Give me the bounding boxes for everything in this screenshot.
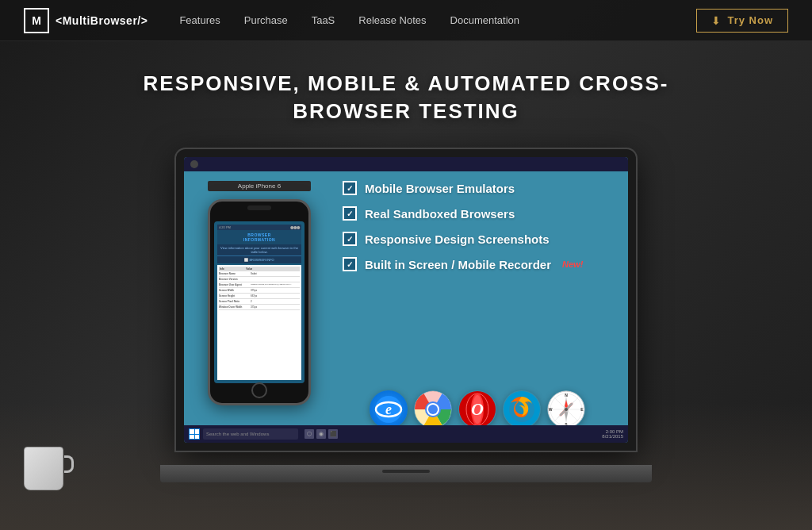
screen-taskbar: Search the web and Windows ⬡ ◉ ⬛ 2:00 PM… bbox=[184, 425, 628, 443]
navbar: M <MultiBrowser/> Features Purchase TaaS… bbox=[0, 0, 812, 41]
screen-left: Apple iPhone 6 4:20 PM ⬤⬤⬤ BROWSERINFORM… bbox=[184, 157, 327, 443]
phone-browser-header: BROWSERINFORMATION bbox=[217, 230, 301, 244]
laptop-showcase: Apple iPhone 6 4:20 PM ⬤⬤⬤ BROWSERINFORM… bbox=[0, 149, 812, 482]
logo-icon: M bbox=[24, 8, 49, 33]
phone-status-bar: 4:20 PM ⬤⬤⬤ bbox=[217, 225, 301, 230]
screen-recycle-icon bbox=[190, 160, 198, 168]
phone-label: Apple iPhone 6 bbox=[208, 181, 311, 191]
phone-sub-header: ⬜ BROWSER INFO bbox=[217, 255, 301, 263]
nav-documentation[interactable]: Documentation bbox=[450, 14, 519, 26]
feature-item-mobile: Mobile Browser Emulators bbox=[343, 181, 612, 195]
laptop: Apple iPhone 6 4:20 PM ⬤⬤⬤ BROWSERINFORM… bbox=[160, 149, 652, 482]
hero-section: RESPONSIVE, MOBILE & AUTOMATED CROSS- BR… bbox=[0, 41, 812, 141]
feature-item-responsive: Responsive Design Screenshots bbox=[343, 232, 612, 246]
taskbar-search: Search the web and Windows bbox=[203, 428, 298, 440]
try-now-button[interactable]: ⬇ Try Now bbox=[696, 9, 788, 33]
table-row: Screen Height 667px bbox=[219, 294, 300, 299]
taskbar-icons: ⬡ ◉ ⬛ bbox=[304, 429, 338, 439]
phone-description: View information about your current web … bbox=[217, 244, 301, 255]
ie-icon: e bbox=[370, 390, 408, 428]
logo-text: <MultiBrowser/> bbox=[56, 14, 147, 27]
laptop-screen-outer: Apple iPhone 6 4:20 PM ⬤⬤⬤ BROWSERINFORM… bbox=[176, 149, 636, 451]
taskbar-start bbox=[189, 428, 200, 440]
svg-text:O: O bbox=[471, 399, 484, 419]
phone-table: Info Value Browser Name Safari Browser V… bbox=[217, 265, 301, 380]
table-row: Screen Width 375px bbox=[219, 288, 300, 294]
svg-point-26 bbox=[565, 408, 568, 411]
nav-features[interactable]: Features bbox=[179, 14, 220, 26]
taskbar-icon-2: ◉ bbox=[316, 429, 326, 439]
svg-text:e: e bbox=[385, 401, 392, 417]
feature-check-icon bbox=[343, 232, 357, 246]
svg-text:W: W bbox=[549, 407, 553, 412]
feature-check-icon bbox=[343, 181, 357, 195]
taskbar-clock: 2:00 PM8/21/2015 bbox=[602, 429, 623, 439]
try-now-label: Try Now bbox=[727, 14, 773, 26]
svg-text:N: N bbox=[565, 393, 568, 398]
phone-home-button bbox=[251, 382, 267, 398]
laptop-screen-inner: Apple iPhone 6 4:20 PM ⬤⬤⬤ BROWSERINFORM… bbox=[184, 157, 628, 443]
feature-label-recorder: Built in Screen / Mobile Recorder bbox=[365, 258, 551, 271]
logo[interactable]: M <MultiBrowser/> bbox=[24, 8, 147, 33]
safari-icon: N S E W bbox=[547, 390, 585, 428]
feature-label-sandboxed: Real Sandboxed Browsers bbox=[365, 207, 515, 221]
feature-check-icon bbox=[343, 257, 357, 271]
hero-title: RESPONSIVE, MOBILE & AUTOMATED CROSS- BR… bbox=[16, 70, 796, 125]
laptop-base bbox=[160, 465, 652, 482]
table-row: Window Outer Width 375px bbox=[219, 305, 300, 310]
screen-right: Mobile Browser Emulators Real Sandboxed … bbox=[327, 157, 628, 443]
nav-purchase[interactable]: Purchase bbox=[244, 14, 288, 26]
nav-taas[interactable]: TaaS bbox=[312, 14, 335, 26]
table-row: Screen Pixel Ratio 2 bbox=[219, 299, 300, 305]
table-row: Browser Version bbox=[219, 277, 300, 282]
nav-release-notes[interactable]: Release Notes bbox=[358, 14, 426, 26]
table-row: Browser Name Safari bbox=[219, 271, 300, 277]
feature-check-icon bbox=[343, 206, 357, 221]
download-icon: ⬇ bbox=[711, 14, 721, 27]
taskbar-icon-3: ⬛ bbox=[328, 429, 338, 439]
taskbar-icon-1: ⬡ bbox=[304, 429, 314, 439]
table-row: Browser User Agent Mozilla/5.0 (iPhone; … bbox=[219, 282, 300, 288]
phone-notch bbox=[247, 205, 271, 210]
svg-point-6 bbox=[428, 405, 438, 414]
feature-label-responsive: Responsive Design Screenshots bbox=[365, 232, 550, 246]
feature-item-sandboxed: Real Sandboxed Browsers bbox=[343, 206, 612, 221]
nav-links: Features Purchase TaaS Release Notes Doc… bbox=[179, 14, 696, 26]
feature-item-recorder: Built in Screen / Mobile Recorder New! bbox=[343, 257, 612, 271]
opera-icon: O bbox=[458, 390, 496, 428]
chrome-icon bbox=[414, 390, 452, 428]
feature-label-mobile: Mobile Browser Emulators bbox=[365, 182, 515, 195]
feature-new-badge: New! bbox=[562, 259, 583, 269]
phone-screen: 4:20 PM ⬤⬤⬤ BROWSERINFORMATION View info… bbox=[214, 221, 304, 383]
feature-list: Mobile Browser Emulators Real Sandboxed … bbox=[343, 181, 612, 282]
phone-mockup: 4:20 PM ⬤⬤⬤ BROWSERINFORMATION View info… bbox=[208, 199, 311, 405]
firefox-icon bbox=[503, 390, 541, 428]
screen-header-bar bbox=[184, 157, 628, 171]
